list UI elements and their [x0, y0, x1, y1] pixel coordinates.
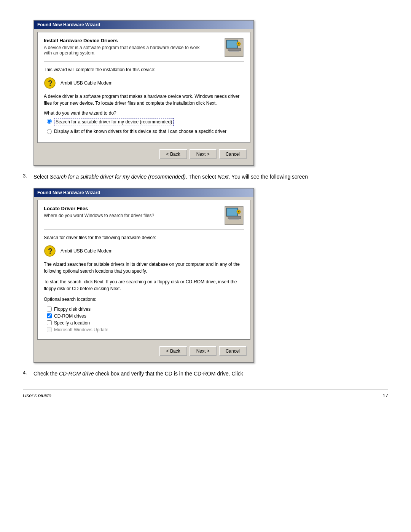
dialog-1-header-text: Install Hardware Device Drivers A device… — [44, 38, 204, 56]
checkbox-floppy[interactable]: Floppy disk drives — [47, 307, 244, 312]
step-4-text: Check the CD-ROM drive check box and ver… — [33, 370, 243, 378]
svg-rect-3 — [228, 48, 241, 51]
step-3-italic-1: Search for a suitable driver for my devi… — [50, 174, 186, 180]
dialog-2-title: Found New Hardware Wizard — [37, 190, 100, 195]
checkbox-cdrom-label: CD-ROM drives — [54, 313, 86, 319]
dialog-2-intro: Search for driver files for the followin… — [44, 234, 244, 241]
dialog-2-body-text1: The wizard searches for suitable drivers… — [44, 261, 244, 275]
dialog-1-next-button[interactable]: Next > — [190, 149, 217, 159]
dialog-1-intro: This wizard will complete the installati… — [44, 66, 244, 73]
checkbox-cdrom[interactable]: CD-ROM drives — [47, 313, 244, 319]
dialog-1-back-button[interactable]: < Back — [159, 149, 187, 159]
step-3-text: Select Search for a suitable driver for … — [33, 173, 308, 181]
dialog-2-optional-label: Optional search locations: — [44, 296, 244, 303]
checkbox-specify[interactable]: Specify a location — [47, 320, 244, 326]
radio-2-label: Display a list of the known drivers for … — [54, 128, 226, 135]
checkbox-floppy-label: Floppy disk drives — [54, 307, 91, 312]
dialog-2-device-row: ? Ambit USB Cable Modem — [44, 245, 244, 257]
page-footer: User's Guide 17 — [23, 389, 388, 398]
checkbox-specify-label: Specify a location — [54, 320, 90, 326]
dialog-2: Found New Hardware Wizard Locate Driver … — [33, 188, 254, 363]
dialog-1-footer: < Back Next > Cancel — [37, 146, 250, 162]
checkbox-specify-input[interactable] — [47, 320, 52, 325]
svg-text:?: ? — [238, 43, 240, 46]
dialog-2-header: Locate Driver Files Where do you want Wi… — [44, 206, 244, 230]
hardware-icon-2: ? — [224, 206, 244, 225]
step-4-text-before: Check the — [33, 371, 59, 377]
svg-rect-4 — [229, 51, 239, 52]
footer-label: User's Guide — [23, 393, 51, 398]
step-4-text-after: check box and verify that the CD is in t… — [94, 371, 243, 377]
checkbox-cdrom-input[interactable] — [47, 313, 52, 318]
dialog-1-titlebar: Found New Hardware Wizard — [34, 21, 253, 29]
dialog-1-title: Found New Hardware Wizard — [37, 22, 100, 27]
radio-option-1[interactable]: Search for a suitable driver for my devi… — [47, 118, 244, 126]
step-4-number: 4. — [23, 370, 33, 375]
dialog-1-body-text: A device driver is a software program th… — [44, 93, 244, 107]
radio-1-label: Search for a suitable driver for my devi… — [54, 118, 174, 126]
dialog-1-question: What do you want the wizard to do? — [44, 110, 244, 116]
dialog-1-header: Install Hardware Device Drivers A device… — [44, 38, 244, 62]
radio-list-drivers[interactable] — [47, 129, 52, 134]
step-3-text-after: . You will see the following screen — [229, 174, 308, 180]
radio-option-2[interactable]: Display a list of the known drivers for … — [47, 128, 244, 135]
dialog-2-body: Locate Driver Files Where do you want Wi… — [37, 200, 250, 340]
dialog-1-header-title: Install Hardware Device Drivers — [44, 38, 204, 43]
dialog-2-body-text2: To start the search, click Next. If you … — [44, 278, 244, 292]
step-3-number: 3. — [23, 173, 33, 179]
step-3-italic-next: Next — [218, 174, 229, 180]
dialog-1: Found New Hardware Wizard Install Hardwa… — [33, 20, 254, 166]
step-3: 3. Select Search for a suitable driver f… — [23, 173, 388, 181]
dialog-2-back-button[interactable]: < Back — [159, 346, 187, 356]
radio-search-driver[interactable] — [47, 119, 52, 124]
dialog-1-header-desc: A device driver is a software program th… — [44, 45, 204, 56]
dialog-2-header-text: Locate Driver Files Where do you want Wi… — [44, 206, 154, 218]
checkbox-windows-update: Microsoft Windows Update — [47, 327, 244, 332]
step-4: 4. Check the CD-ROM drive check box and … — [23, 370, 388, 378]
step-3-text-before: Select — [33, 174, 50, 180]
dialog-2-footer: < Back Next > Cancel — [37, 343, 250, 359]
checkbox-windows-update-input — [47, 327, 52, 332]
question-mark-icon-1: ? — [44, 77, 56, 89]
dialog-2-next-button[interactable]: Next > — [190, 346, 217, 356]
step-3-text-middle: . Then select — [186, 174, 218, 180]
page-number: 17 — [383, 393, 388, 398]
dialog-1-device-name: Ambit USB Cable Modem — [61, 80, 113, 86]
svg-text:?: ? — [48, 247, 53, 255]
checkbox-windows-update-label: Microsoft Windows Update — [54, 327, 108, 332]
checkbox-floppy-input[interactable] — [47, 307, 52, 312]
svg-rect-13 — [229, 219, 239, 220]
svg-rect-2 — [227, 41, 237, 48]
dialog-2-titlebar: Found New Hardware Wizard — [34, 189, 253, 197]
dialog-1-body: Install Hardware Device Drivers A device… — [37, 32, 250, 143]
svg-text:?: ? — [48, 79, 53, 87]
dialog-2-cancel-button[interactable]: Cancel — [219, 346, 247, 356]
dialog-1-cancel-button[interactable]: Cancel — [219, 149, 247, 159]
step-4-italic: CD-ROM drive — [59, 371, 94, 377]
svg-rect-12 — [228, 216, 241, 219]
dialog-2-header-desc: Where do you want Windows to search for … — [44, 213, 154, 218]
hardware-icon-1: ? — [224, 38, 244, 58]
question-mark-icon-2: ? — [44, 245, 56, 257]
dialog-1-device-row: ? Ambit USB Cable Modem — [44, 77, 244, 89]
dialog-2-header-title: Locate Driver Files — [44, 206, 154, 211]
svg-text:?: ? — [238, 211, 240, 214]
page-content: Found New Hardware Wizard Install Hardwa… — [23, 20, 388, 398]
svg-rect-11 — [227, 209, 237, 216]
dialog-2-device-name: Ambit USB Cable Modem — [61, 248, 113, 254]
